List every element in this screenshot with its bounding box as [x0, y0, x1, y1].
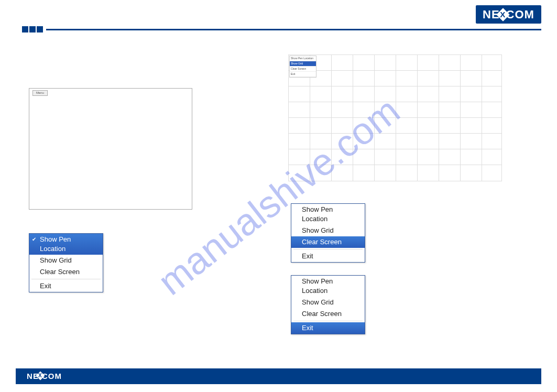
context-menu-3: Show Pen Location Show Grid Clear Screen…: [291, 275, 365, 334]
menu-separator: [31, 279, 101, 279]
mini-menu-show-pen-location[interactable]: Show Pen Location: [290, 56, 316, 61]
header-square-group: [22, 26, 46, 32]
menu-item-clear-screen[interactable]: Clear Screen: [291, 236, 365, 248]
mini-menu-show-grid[interactable]: Show Grid: [290, 61, 316, 67]
menu-item-show-grid[interactable]: Show Grid: [291, 225, 365, 236]
menu-item-exit[interactable]: Exit: [29, 280, 103, 292]
brand-logo-top: NE X COM: [476, 5, 541, 24]
header-square-icon: [22, 26, 28, 32]
menu-item-show-pen-location[interactable]: Show Pen Location: [291, 276, 365, 297]
menu-item-show-grid[interactable]: Show Grid: [291, 297, 365, 308]
logo-text-post: COM: [506, 8, 534, 21]
menu-item-show-pen-location[interactable]: Show Pen Location: [29, 234, 103, 255]
header-square-icon: [37, 26, 43, 32]
menu-item-exit[interactable]: Exit: [291, 322, 365, 334]
brand-logo-bottom: NE X COM: [22, 370, 67, 382]
header-square-icon: [29, 26, 36, 32]
header-divider: [22, 29, 541, 30]
context-menu-1: Show Pen Location Show Grid Clear Screen…: [29, 233, 103, 292]
drawing-panel-blank: Menu: [29, 88, 192, 210]
mini-menu-exit[interactable]: Exit: [290, 72, 316, 77]
menu-item-exit[interactable]: Exit: [291, 251, 365, 262]
menu-button[interactable]: Menu: [32, 90, 48, 96]
mini-menu-clear-screen[interactable]: Clear Screen: [290, 67, 316, 72]
menu-separator: [293, 321, 363, 321]
menu-separator: [293, 249, 363, 249]
drawing-panel-grid: Show Pen Location Show Grid Clear Screen…: [288, 55, 502, 181]
menu-item-clear-screen[interactable]: Clear Screen: [29, 266, 103, 278]
context-menu-2: Show Pen Location Show Grid Clear Screen…: [291, 203, 365, 263]
menu-item-show-grid[interactable]: Show Grid: [29, 255, 103, 266]
background-grid: [288, 55, 502, 181]
menu-item-clear-screen[interactable]: Clear Screen: [291, 308, 365, 320]
menu-item-show-pen-location[interactable]: Show Pen Location: [291, 204, 365, 225]
mini-context-menu: Show Pen Location Show Grid Clear Screen…: [289, 56, 316, 78]
logo-text-post: COM: [42, 372, 62, 380]
footer-bar: [16, 368, 541, 384]
